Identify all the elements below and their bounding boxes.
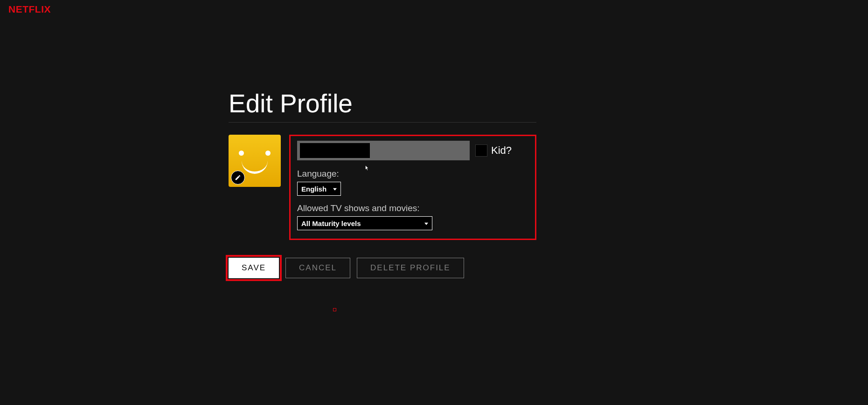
annotation-marker [333, 308, 336, 311]
maturity-select-value: All Maturity levels [301, 220, 361, 227]
pencil-icon [235, 174, 241, 181]
language-select-value: English [301, 185, 326, 193]
edit-avatar-button[interactable] [231, 171, 245, 185]
form-highlight-area: Kid? Language: English Allowed TV shows … [289, 135, 536, 240]
delete-profile-button[interactable]: DELETE PROFILE [357, 258, 464, 278]
page-title: Edit Profile [229, 89, 536, 123]
maturity-field-group: Allowed TV shows and movies: All Maturit… [297, 203, 528, 230]
name-row: Kid? [297, 141, 528, 160]
kid-checkbox[interactable] [475, 144, 487, 157]
profile-row: Kid? Language: English Allowed TV shows … [229, 135, 536, 240]
language-select[interactable]: English [297, 182, 341, 196]
profile-name-input[interactable] [297, 141, 470, 160]
language-field-group: Language: English [297, 169, 528, 196]
kid-checkbox-wrapper: Kid? [475, 144, 512, 157]
brand-logo[interactable]: NETFLIX [8, 4, 51, 15]
avatar-mouth [242, 161, 268, 174]
avatar-eye-left [239, 151, 244, 156]
save-button[interactable]: SAVE [229, 258, 279, 278]
avatar-wrapper [229, 135, 281, 187]
edit-profile-container: Edit Profile Kid? Language: [229, 89, 536, 278]
maturity-label: Allowed TV shows and movies: [297, 203, 528, 213]
action-buttons-row: SAVE CANCEL DELETE PROFILE [229, 258, 536, 278]
cancel-button[interactable]: CANCEL [285, 258, 350, 278]
avatar-eye-right [265, 151, 271, 156]
kid-label: Kid? [491, 144, 512, 157]
maturity-select[interactable]: All Maturity levels [297, 216, 432, 230]
language-label: Language: [297, 169, 528, 179]
